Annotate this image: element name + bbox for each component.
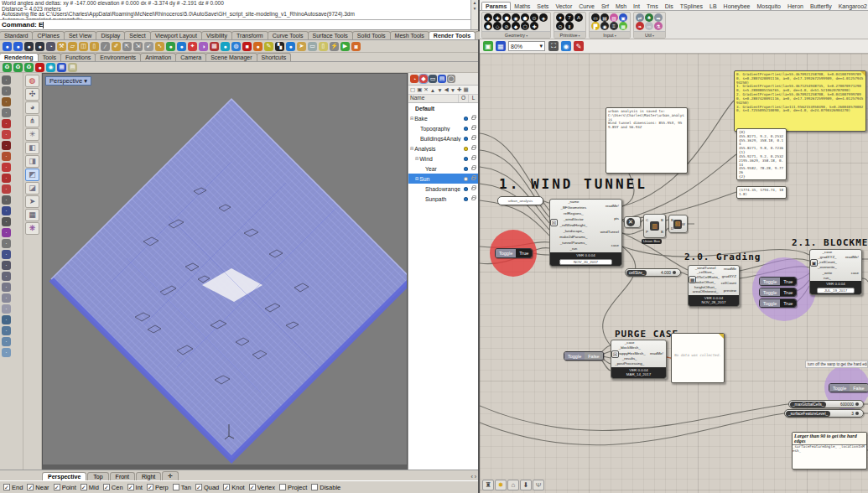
output-port[interactable]: gradXYZ xyxy=(720,275,736,278)
checkbox-icon[interactable]: ✓ xyxy=(81,484,87,490)
widget-icon[interactable]: ⬇ xyxy=(520,480,532,490)
component-icon[interactable]: ≡ xyxy=(610,22,618,30)
input-port[interactable]: _BFGeometries xyxy=(553,206,595,210)
tab-transform[interactable]: Transform xyxy=(231,31,268,39)
output-panel[interactable]: No data was collected. xyxy=(671,333,725,383)
input-port[interactable]: _cellSize_ xyxy=(691,271,720,274)
viewport-title[interactable]: Perspective ▾ xyxy=(45,76,91,86)
tool-icon[interactable]: ▚ xyxy=(275,42,284,51)
input-port[interactable]: _results_ xyxy=(614,357,645,361)
input-port[interactable]: heightOffset_ xyxy=(691,286,720,289)
component-icon[interactable]: ▭ xyxy=(591,13,600,22)
gh-tab-srf[interactable]: Srf xyxy=(598,3,612,10)
tool-icon[interactable]: ➹ xyxy=(144,42,153,51)
osnap-vertex[interactable]: ✓Vertex xyxy=(249,484,275,491)
input-port[interactable]: _run xyxy=(553,247,595,251)
component-icon[interactable]: ➡ xyxy=(654,13,663,22)
input-port[interactable]: _tunnelParams_ xyxy=(553,241,595,245)
box-component[interactable]: BD▧W xyxy=(668,215,688,233)
checkbox-icon[interactable]: ✓ xyxy=(3,484,10,490)
osnap-int[interactable]: ✓Int xyxy=(127,484,143,491)
plugin-tool-icon[interactable]: ◧ xyxy=(25,142,39,154)
gh-tab-kangaroo2[interactable]: Kangaroo2 xyxy=(835,3,868,10)
tool-icon[interactable]: ● xyxy=(24,42,34,51)
checkbox-icon[interactable]: ✓ xyxy=(127,484,134,490)
tab-curve-tools[interactable]: Curve Tools xyxy=(268,31,309,39)
component-icon[interactable]: ◉ xyxy=(512,13,520,22)
slider-knob-icon[interactable] xyxy=(855,412,859,415)
tool-icon[interactable]: ▯ xyxy=(90,42,99,51)
output-port[interactable]: B xyxy=(661,230,663,234)
gh-tab-int[interactable]: Int xyxy=(630,3,643,10)
gh-tab-heron[interactable]: Heron xyxy=(784,3,807,10)
osnap-cen[interactable]: ✓Cen xyxy=(103,484,123,491)
points-panel[interactable]: {0}455.8271, 9.2, 0.2532455.3629, 358.18… xyxy=(736,128,787,180)
layer-lock-icon[interactable] xyxy=(471,147,476,150)
expander-icon[interactable]: ⊟ xyxy=(410,146,413,151)
gh-tab-msh[interactable]: Msh xyxy=(612,3,630,10)
tool-icon[interactable]: · xyxy=(2,206,11,215)
tool-icon[interactable]: ● xyxy=(35,63,44,72)
layer-row[interactable]: Year xyxy=(408,163,478,174)
layer-visibility-bulb-icon[interactable] xyxy=(464,197,468,201)
command-input[interactable]: Command: E xyxy=(0,19,478,29)
gh-tab-vector[interactable]: Vector xyxy=(552,3,575,10)
component-icon[interactable]: ⬢ xyxy=(502,13,511,22)
slider-track[interactable]: 600000 xyxy=(827,402,863,407)
layer-row[interactable]: Default xyxy=(408,103,478,113)
osnap-disable[interactable]: Disable xyxy=(311,484,340,491)
input-port[interactable]: C xyxy=(646,218,648,222)
layers-tool-icon[interactable]: ▼ xyxy=(437,87,442,93)
perspective-viewport[interactable]: Perspective ▾ xyxy=(42,73,408,470)
tool-icon[interactable]: ● xyxy=(3,42,12,51)
input-port[interactable]: _windVector xyxy=(553,218,595,221)
date-editbox[interactable]: NOV_20_2017 xyxy=(559,259,611,265)
tool-icon[interactable]: · xyxy=(2,195,11,205)
panel-tab-icon[interactable]: ◆ xyxy=(419,75,428,83)
tool-icon[interactable]: ● xyxy=(166,42,175,51)
layer-lock-icon[interactable] xyxy=(471,177,476,180)
component-icon[interactable]: ⬡ xyxy=(521,22,529,30)
checkbox-icon[interactable]: ✓ xyxy=(54,484,60,490)
checkbox-icon[interactable]: ✓ xyxy=(223,484,230,490)
component-icon[interactable]: 7 xyxy=(565,13,574,22)
boolean-toggle-blockmesh-1[interactable]: ToggleTrue xyxy=(759,288,797,297)
layers-tool-icon[interactable]: ▲ xyxy=(430,87,435,93)
component-icon[interactable]: ♣ xyxy=(645,13,653,22)
tool-icon[interactable]: ● xyxy=(253,42,262,51)
plugin-tool-icon[interactable]: ⋔ xyxy=(25,115,39,127)
output-port[interactable]: B xyxy=(661,218,663,222)
plugin-tool-icon[interactable]: ✣ xyxy=(25,88,39,101)
component-icon[interactable]: ◆ xyxy=(512,22,520,30)
surface-feature-level-slider[interactable]: _surfaceFeatureLevel_3 xyxy=(784,409,864,418)
expander-icon[interactable]: ⊟ xyxy=(415,156,418,161)
component-icon[interactable]: ⬟ xyxy=(521,13,529,22)
tool-icon[interactable]: · xyxy=(2,86,11,96)
tool-icon[interactable]: · xyxy=(2,228,11,237)
panel-tab-icon[interactable]: ▭ xyxy=(429,75,437,83)
layer-lock-icon[interactable] xyxy=(471,157,476,160)
gradient-properties-panel[interactable]: 0. GradientProperties(la=55.467092125870… xyxy=(734,70,866,132)
layer-visibility-bulb-icon[interactable] xyxy=(464,187,468,191)
point-panel[interactable]: (1774.35, 1794.74, 181.8) xyxy=(736,186,787,199)
plugin-tool-icon[interactable]: ➤ xyxy=(25,195,39,208)
layer-lock-icon[interactable] xyxy=(471,197,476,200)
layer-row[interactable]: ⊟Sun xyxy=(408,174,478,184)
open-file-icon[interactable]: ▣ xyxy=(483,41,493,51)
layers-tool-icon[interactable]: ▣ xyxy=(417,86,422,93)
slider-track[interactable]: 4.000 xyxy=(647,271,680,275)
tool-icon[interactable]: · xyxy=(2,119,11,128)
date-editbox[interactable]: JUL_19_2017 xyxy=(817,288,854,293)
tool-icon[interactable]: · xyxy=(2,217,11,226)
tab-render-tools[interactable]: Render Tools xyxy=(429,31,476,39)
gh-tab-lb[interactable]: LB xyxy=(706,3,720,10)
tool-icon[interactable]: ➤ xyxy=(297,42,306,51)
rtab-scene-manager[interactable]: Scene Manager xyxy=(205,53,257,61)
slider-knob-icon[interactable] xyxy=(855,402,859,406)
readme-panel[interactable]: urban analysis is saved to:C:\Users\Char… xyxy=(606,107,688,174)
grading-component[interactable]: _windTunnel_cellSize__cellToCellRatio_wa… xyxy=(688,265,740,307)
ribbon-group-label[interactable]: Primitive xyxy=(554,31,585,38)
panel-tab-icon[interactable]: ◔ xyxy=(410,75,418,83)
gh-tab-dis[interactable]: Dis xyxy=(662,3,677,10)
rtab-environments[interactable]: Environments xyxy=(95,53,141,61)
